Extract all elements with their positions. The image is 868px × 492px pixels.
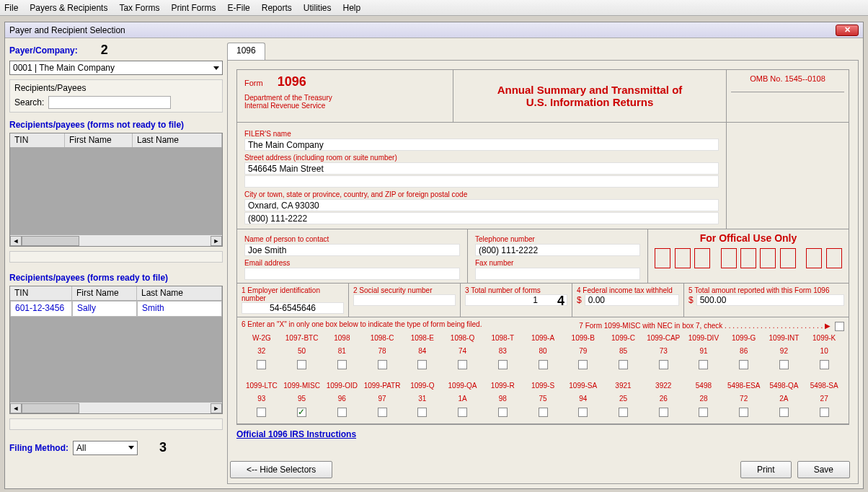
filing-method-dropdown[interactable]: All xyxy=(73,441,138,455)
form-type-checkbox[interactable] xyxy=(257,360,266,369)
form-type-checkbox[interactable] xyxy=(458,360,467,369)
chevron-down-icon xyxy=(213,66,219,70)
form-type-checkbox[interactable] xyxy=(578,408,588,417)
form-type-checkbox[interactable] xyxy=(458,408,467,417)
menu-print-forms[interactable]: Print Forms xyxy=(171,3,216,13)
box3-field[interactable]: 1 xyxy=(465,294,567,306)
form-type-checkbox[interactable] xyxy=(739,360,748,369)
menu-tax-forms[interactable]: Tax Forms xyxy=(119,3,159,13)
city-field[interactable]: Oxnard, CA 93030 xyxy=(244,199,719,211)
menu-reports[interactable]: Reports xyxy=(262,3,292,13)
print-button[interactable]: Print xyxy=(740,461,792,478)
filers-name-field[interactable]: The Main Company xyxy=(244,139,719,151)
tab-1096[interactable]: 1096 xyxy=(227,43,265,60)
dollar-sign: $ xyxy=(577,295,582,305)
street-field[interactable]: 546645 Main Street xyxy=(244,162,719,175)
menu-file[interactable]: File xyxy=(4,3,18,13)
search-label: Search: xyxy=(14,97,44,107)
contact-name-label: Name of person to contact xyxy=(244,235,460,243)
table-row[interactable]: 601-12-3456 Sally Smith xyxy=(10,301,222,317)
scroll-right-icon[interactable]: ► xyxy=(211,236,222,246)
form-type-checkbox[interactable] xyxy=(337,408,347,417)
box2-field[interactable] xyxy=(353,294,456,306)
search-input[interactable] xyxy=(48,96,171,109)
form-type-checkbox[interactable] xyxy=(659,408,668,417)
form-type-label: 1098-E xyxy=(411,334,434,342)
form-type-checkbox[interactable] xyxy=(699,360,708,369)
fax-label: Fax number xyxy=(475,259,640,267)
form-type-checkbox[interactable] xyxy=(619,408,628,417)
form-type-code: 98 xyxy=(499,395,507,403)
scroll-thumb[interactable] xyxy=(22,236,79,246)
official-use-box xyxy=(780,248,796,268)
street-field-2[interactable] xyxy=(244,175,719,188)
save-button[interactable]: Save xyxy=(797,461,850,478)
telephone-field[interactable]: (800) 111-2222 xyxy=(475,244,640,256)
form-type-checkbox[interactable] xyxy=(739,408,748,417)
payer-company-dropdown[interactable]: 0001 | The Main Company xyxy=(9,61,223,75)
form-type-label: 1099-MISC xyxy=(283,382,320,390)
form-type-checkbox[interactable] xyxy=(659,360,668,369)
official-use-box xyxy=(655,248,670,268)
grid-status-bar-2 xyxy=(9,418,223,430)
form-type-label: 1099-R xyxy=(491,382,515,390)
form-type-code: 73 xyxy=(660,347,668,355)
form-type-checkbox[interactable] xyxy=(417,408,427,417)
col-last-2[interactable]: Last Name xyxy=(137,286,222,300)
email-field[interactable] xyxy=(244,268,460,280)
box7-checkbox[interactable] xyxy=(835,322,844,331)
box5-field[interactable]: 500.00 xyxy=(696,294,844,306)
form-type-checkbox[interactable] xyxy=(257,408,266,417)
form-type-code: 79 xyxy=(579,347,587,355)
col-tin-2[interactable]: TIN xyxy=(10,286,72,300)
form-type-checkbox[interactable] xyxy=(378,408,387,417)
form-type-checkbox[interactable] xyxy=(378,360,387,369)
scroll-left-icon[interactable]: ◄ xyxy=(10,236,22,246)
box1-field[interactable]: 54-6545646 xyxy=(242,302,344,314)
scroll-thumb[interactable] xyxy=(22,403,79,413)
form-type-label: 5498-SA xyxy=(810,382,838,390)
hide-selectors-button[interactable]: <-- Hide Selectors xyxy=(230,461,332,478)
form-type-checkbox[interactable] xyxy=(699,408,708,417)
form-type-checkbox[interactable] xyxy=(297,408,306,417)
form-type-checkbox[interactable] xyxy=(498,360,508,369)
form-type-checkbox[interactable] xyxy=(498,408,508,417)
form-type-label: W-2G xyxy=(252,334,271,342)
box4-field[interactable]: 0.00 xyxy=(585,294,679,306)
col-last[interactable]: Last Name xyxy=(133,133,222,147)
form-type-checkbox[interactable] xyxy=(539,360,548,369)
irs-instructions-link[interactable]: Official 1096 IRS Instructions xyxy=(236,429,356,439)
form-type-checkbox[interactable] xyxy=(779,408,789,417)
menu-payers[interactable]: Payers & Recipients xyxy=(30,3,107,13)
box5-label: 5 Total amount reported with this Form 1… xyxy=(688,286,844,294)
col-first-2[interactable]: First Name xyxy=(72,286,137,300)
col-first[interactable]: First Name xyxy=(65,133,133,147)
form-type-checkbox[interactable] xyxy=(779,360,789,369)
form-type-checkbox[interactable] xyxy=(337,360,347,369)
scroll-right-icon[interactable]: ► xyxy=(211,403,222,413)
form-type-checkbox[interactable] xyxy=(619,360,628,369)
dept-treasury: Department of the Treasury xyxy=(244,94,446,102)
col-tin[interactable]: TIN xyxy=(10,133,65,147)
fax-field[interactable] xyxy=(475,268,640,280)
form-type-checkbox[interactable] xyxy=(539,408,548,417)
menu-utilities[interactable]: Utilities xyxy=(304,3,332,13)
official-use-box xyxy=(721,248,737,268)
street-label: Street address (including room or suite … xyxy=(244,154,719,162)
box2-label: 2 Social security number xyxy=(353,286,456,294)
grid-ready[interactable]: TIN First Name Last Name 601-12-3456 Sal… xyxy=(9,286,223,414)
menu-help[interactable]: Help xyxy=(342,3,360,13)
form-type-checkbox[interactable] xyxy=(578,360,588,369)
close-button[interactable]: ✕ xyxy=(836,25,859,36)
scroll-left-icon[interactable]: ◄ xyxy=(10,403,22,413)
form-type-checkbox[interactable] xyxy=(820,408,829,417)
form-type-checkbox[interactable] xyxy=(297,360,306,369)
form-type-checkbox[interactable] xyxy=(417,360,427,369)
grid-not-ready[interactable]: TIN First Name Last Name ◄ ► xyxy=(9,133,223,247)
form-type-label: 1099-SA xyxy=(569,382,597,390)
phone-field[interactable]: (800) 111-2222 xyxy=(244,212,719,224)
form-type-checkbox[interactable] xyxy=(820,360,829,369)
telephone-label: Telephone number xyxy=(475,235,640,243)
menu-efile[interactable]: E-File xyxy=(227,3,249,13)
contact-name-field[interactable]: Joe Smith xyxy=(244,244,460,256)
